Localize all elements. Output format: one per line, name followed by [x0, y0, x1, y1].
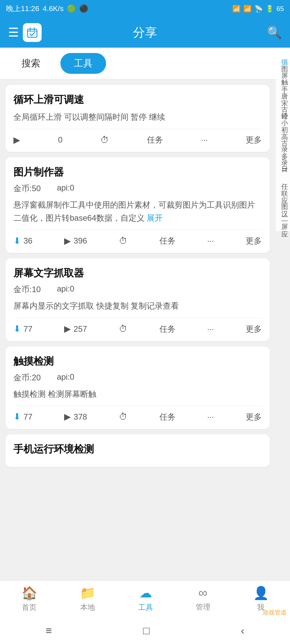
watermark: 游戏管道 [262, 608, 287, 616]
signal2-icon: 📶 [243, 5, 252, 13]
card4-title: 触摸检测 [13, 355, 262, 368]
card1-more-label: 更多 [246, 135, 262, 145]
card2-more[interactable]: 更多 [246, 235, 262, 246]
nav-tools[interactable]: ☁ 工具 [138, 586, 153, 612]
card2-desc: 悬浮窗截屏制作工具中使用的图片素材，可裁剪图片为工具识别图片二值化，图片转bas… [13, 199, 262, 224]
card1-desc: 全局循环上滑 可以调整间隔时间 暂停 继续 [13, 111, 262, 123]
sidebar-item-11[interactable]: 高 [276, 124, 290, 131]
home-btn[interactable]: □ [143, 625, 149, 637]
card1-play-count: 0 [58, 135, 62, 145]
sidebar-item-25[interactable]: 应 [276, 222, 290, 228]
sidebar-item-21[interactable]: 图 [276, 195, 290, 202]
status-time: 晚上11:26 [6, 4, 39, 14]
card2-play-count: 396 [74, 236, 87, 246]
play4-icon: ▶ [64, 412, 71, 422]
sidebar-item-14[interactable]: 多 [276, 144, 290, 151]
card4-dots-icon: ··· [207, 412, 214, 422]
card-image-maker: 图片制作器 金币:50 api:0 悬浮窗截屏制作工具中使用的图片素材，可裁剪图… [5, 157, 270, 253]
calendar-icon[interactable] [23, 23, 42, 42]
card4-task[interactable]: 任务 [159, 412, 176, 422]
nav-local[interactable]: 📁 本地 [80, 586, 96, 612]
sidebar-item-22[interactable]: 汉 [276, 202, 290, 208]
card2-meta: 金币:50 api:0 [13, 183, 262, 194]
card2-timer[interactable]: ⏱ [119, 236, 128, 246]
cloud-icon: ☁ [139, 586, 152, 600]
card1-more[interactable]: 更多 [246, 135, 262, 145]
download-icon: ⬇ [13, 236, 21, 246]
status-left: 晚上11:26 4.6K/s 🟢 ⚫ [6, 4, 88, 14]
card3-title: 屏幕文字抓取器 [13, 266, 262, 280]
card4-play-btn[interactable]: ▶ 378 [64, 412, 87, 422]
back-btn[interactable]: ‹ [241, 625, 244, 637]
card2-play-btn[interactable]: ▶ 396 [64, 236, 87, 246]
tab-search[interactable]: 搜索 [8, 53, 54, 74]
card4-timer[interactable]: ⏱ [119, 412, 128, 422]
card2-task-label: 任务 [159, 235, 176, 246]
hamburger-icon[interactable]: ☰ [8, 25, 19, 40]
card1-more-dots[interactable]: ··· [201, 135, 208, 145]
card-loop-scroll: 循环上滑可调速 全局循环上滑 可以调整间隔时间 暂停 继续 ▶ 0 ⏱ 任务 ·… [5, 85, 270, 152]
status-icon2: ⚫ [79, 4, 88, 13]
card3-play-btn[interactable]: ▶ 257 [64, 324, 87, 334]
nav-home[interactable]: 🏠 首页 [21, 586, 37, 612]
sidebar-item-20[interactable]: 应 [276, 188, 290, 195]
svg-rect-0 [28, 29, 37, 37]
sidebar-item-6[interactable]: 宋 [276, 91, 290, 97]
card2-more-dots[interactable]: ··· [207, 236, 214, 246]
sidebar-item-19[interactable]: 联 [276, 181, 290, 188]
sidebar-item-24[interactable]: 屏 [276, 215, 290, 222]
user-icon: 👤 [253, 586, 269, 600]
sidebar-item-2[interactable]: 屏 [276, 64, 290, 70]
sidebar-item-13[interactable]: 录 [276, 138, 290, 144]
sidebar-item-12[interactable]: 古 [276, 131, 290, 138]
home-icon: 🏠 [21, 586, 37, 600]
card2-download-count: 36 [23, 236, 33, 246]
card4-task-label: 任务 [159, 412, 176, 422]
card2-download-btn[interactable]: ⬇ 36 [13, 236, 33, 246]
card1-dots-icon: ··· [201, 135, 208, 145]
sidebar-item-15[interactable]: 录 [276, 151, 290, 158]
card2-expand-btn[interactable]: 展开 [147, 213, 163, 222]
status-icon1: 🟢 [67, 4, 76, 13]
card3-download-btn[interactable]: ⬇ 77 [13, 324, 33, 334]
card2-api: api:0 [57, 183, 74, 194]
nav-local-label: 本地 [80, 602, 95, 612]
card2-task[interactable]: 任务 [159, 235, 176, 246]
sidebar-item-8[interactable]: 诗经 [276, 104, 290, 111]
sidebar-item-0[interactable]: 循 [276, 50, 290, 57]
card1-timer[interactable]: ⏱ [100, 135, 109, 145]
card3-timer[interactable]: ⏱ [119, 324, 128, 334]
sidebar-item-23[interactable]: 二 [276, 208, 290, 215]
sidebar-item-1[interactable]: 图 [276, 57, 290, 64]
sidebar-item-10[interactable]: 初 [276, 117, 290, 124]
sidebar-item-18[interactable]: 任 [276, 175, 290, 181]
card1-task[interactable]: 任务 [147, 135, 163, 145]
nav-manage[interactable]: ∞ 管理 [196, 586, 210, 612]
card3-more[interactable]: 更多 [246, 324, 262, 334]
card3-task[interactable]: 任务 [159, 324, 176, 334]
card1-task-label: 任务 [147, 135, 163, 145]
card3-more-dots[interactable]: ··· [207, 324, 214, 334]
search-icon[interactable]: 🔍 [267, 25, 282, 40]
sidebar-item-5[interactable]: 唐 [276, 84, 290, 91]
sidebar-item-16[interactable]: 日 [276, 158, 290, 164]
sidebar-item-17[interactable]: h [276, 164, 290, 175]
card3-more-label: 更多 [246, 324, 262, 334]
nav-left: ☰ [8, 23, 42, 42]
card1-play-btn[interactable]: ▶ [13, 135, 20, 145]
sidebar-item-9[interactable]: 小 [276, 111, 290, 117]
tab-tools[interactable]: 工具 [60, 53, 106, 74]
card4-coins: 金币:20 [13, 372, 41, 383]
card4-more[interactable]: 更多 [246, 412, 262, 422]
sidebar-item-3[interactable]: 触 [276, 70, 290, 77]
card2-coins: 金币:50 [13, 183, 41, 194]
menu-btn[interactable]: ≡ [46, 625, 52, 637]
card3-play-count: 257 [74, 324, 87, 334]
sidebar-item-4[interactable]: 手 [276, 77, 290, 84]
card-screen-text: 屏幕文字抓取器 金币:10 api:0 屏幕内显示的文字抓取 快捷复制 复制记录… [5, 258, 270, 341]
play3-icon: ▶ [64, 324, 71, 334]
sidebar-item-7[interactable]: 古 [276, 97, 290, 104]
timer-icon: ⏱ [100, 135, 109, 145]
card4-download-btn[interactable]: ⬇ 77 [13, 412, 33, 422]
card4-more-dots[interactable]: ··· [207, 412, 214, 422]
